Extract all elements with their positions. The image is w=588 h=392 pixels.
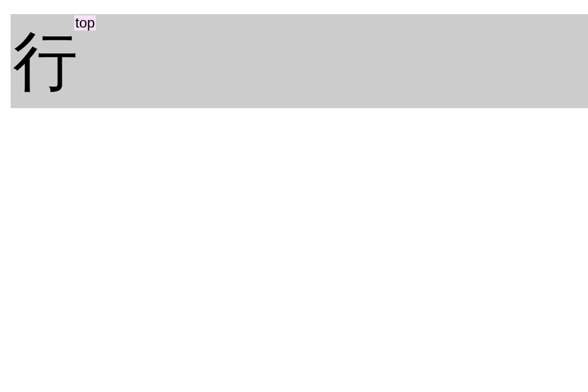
header-bar: 行 top (11, 14, 588, 108)
cjk-glyph: 行 (13, 29, 78, 93)
alignment-label: top (74, 15, 96, 31)
